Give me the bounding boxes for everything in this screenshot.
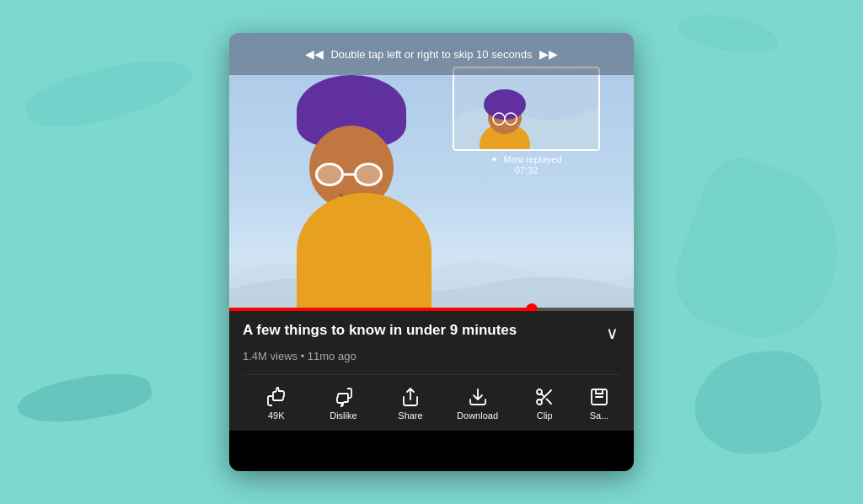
skip-hint-overlay: ◀◀ Double tap left or right to skip 10 s… xyxy=(229,33,634,75)
brush-decoration-1 xyxy=(22,46,198,139)
download-button[interactable]: Download xyxy=(444,383,512,424)
svg-line-11 xyxy=(541,394,544,397)
save-button[interactable]: Sa... xyxy=(578,383,620,424)
skip-hint-text: Double tap left or right to skip 10 seco… xyxy=(330,48,532,61)
progress-filled xyxy=(229,308,533,311)
svg-point-3 xyxy=(484,89,526,120)
progress-bar[interactable] xyxy=(229,308,634,311)
download-label: Download xyxy=(457,410,498,421)
video-meta: 1.4M views • 11mo ago xyxy=(243,350,620,362)
char-body xyxy=(297,193,432,311)
thumbs-up-icon xyxy=(266,387,287,407)
thumbs-down-icon xyxy=(333,387,353,407)
phone-frame: ✦ Most replayed 07:32 ◀◀ Double tap left… xyxy=(229,33,634,471)
most-replayed-popup: ✦ Most replayed 07:32 xyxy=(453,67,600,175)
chevron-down-button[interactable]: ∨ xyxy=(604,321,620,345)
video-info-panel: A few things to know in under 9 minutes … xyxy=(229,311,634,431)
actions-row: 49K Dislike Share Downl xyxy=(243,374,620,424)
video-player[interactable]: ✦ Most replayed 07:32 ◀◀ Double tap left… xyxy=(229,33,634,311)
most-replayed-label: ✦ Most replayed xyxy=(453,151,600,165)
save-label: Sa... xyxy=(590,410,609,421)
char-glasses xyxy=(315,163,383,186)
sparkle-icon: ✦ xyxy=(490,154,498,164)
like-count: 49K xyxy=(268,410,285,421)
brush-decoration-2 xyxy=(14,366,154,431)
like-button[interactable]: 49K xyxy=(243,383,310,424)
scissors-icon xyxy=(534,387,555,407)
dislike-label: Dislike xyxy=(330,410,356,421)
download-icon xyxy=(468,387,488,407)
video-title: A few things to know in under 9 minutes xyxy=(243,321,594,340)
share-icon xyxy=(400,387,421,407)
clip-label: Clip xyxy=(537,410,553,421)
clip-button[interactable]: Clip xyxy=(511,383,578,424)
dislike-button[interactable]: Dislike xyxy=(310,383,378,424)
thumbnail-bg xyxy=(454,68,600,151)
most-replayed-time: 07:32 xyxy=(453,165,600,175)
video-title-row: A few things to know in under 9 minutes … xyxy=(243,321,620,345)
brush-decoration-5 xyxy=(675,8,780,59)
save-icon xyxy=(589,387,609,407)
glasses-right xyxy=(354,163,383,186)
brush-decoration-4 xyxy=(690,347,825,459)
glasses-left xyxy=(315,163,344,186)
brush-decoration-3 xyxy=(662,147,862,358)
most-replayed-thumbnail xyxy=(453,67,600,151)
svg-line-10 xyxy=(547,399,552,404)
share-button[interactable]: Share xyxy=(377,383,444,424)
progress-scrubber[interactable] xyxy=(526,303,538,311)
glasses-bridge xyxy=(344,174,354,176)
share-label: Share xyxy=(398,410,422,421)
skip-right-arrows: ▶▶ xyxy=(539,47,558,61)
skip-left-arrows: ◀◀ xyxy=(305,47,324,61)
character-illustration xyxy=(280,92,448,311)
